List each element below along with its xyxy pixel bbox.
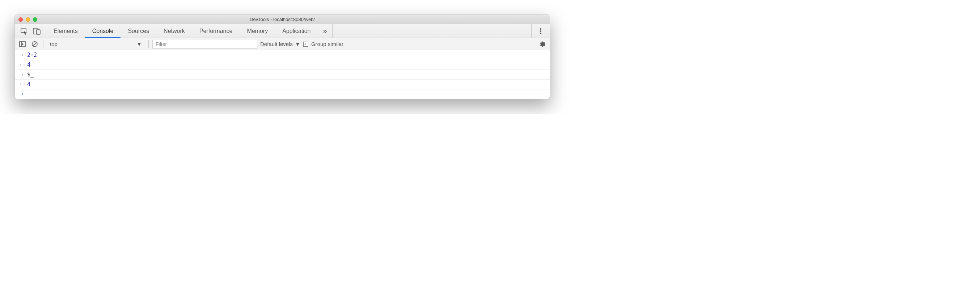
tab-label: Console	[92, 28, 114, 34]
settings-gear-icon[interactable]	[538, 40, 547, 49]
svg-point-4	[540, 30, 541, 32]
svg-rect-2	[37, 30, 40, 34]
log-levels-select[interactable]: Default levels ▼	[260, 41, 301, 47]
tabs-right-tools	[531, 24, 550, 38]
console-input-row: › 2+2	[15, 50, 550, 60]
svg-point-5	[540, 33, 541, 34]
input-chevron-icon: ›	[21, 52, 24, 58]
window-title: DevTools - localhost:8080/web/	[15, 17, 550, 22]
tab-label: Elements	[54, 28, 78, 34]
toggle-device-toolbar-icon[interactable]	[32, 26, 41, 36]
chevron-down-icon: ▼	[295, 41, 301, 47]
tab-sources[interactable]: Sources	[121, 24, 156, 38]
tab-console[interactable]: Console	[85, 24, 121, 38]
window-controls	[19, 17, 37, 22]
divider	[43, 40, 43, 48]
clear-console-icon[interactable]	[30, 40, 40, 49]
tab-application[interactable]: Application	[275, 24, 318, 38]
minimize-window-button[interactable]	[26, 17, 30, 22]
console-body[interactable]: › 2+2 ‹· 4 › $_ ‹· 4 ›	[15, 50, 550, 99]
close-window-button[interactable]	[19, 17, 23, 22]
group-similar-checkbox[interactable]: ✓	[303, 41, 308, 47]
svg-line-9	[33, 42, 37, 46]
output-chevron-icon: ‹·	[19, 62, 26, 68]
divider	[148, 40, 149, 48]
chevron-down-icon: ▼	[137, 41, 142, 47]
toggle-console-sidebar-icon[interactable]	[18, 40, 27, 49]
console-prompt-row[interactable]: ›	[15, 89, 550, 99]
titlebar: DevTools - localhost:8080/web/	[15, 15, 550, 24]
tab-label: Network	[164, 28, 185, 34]
console-output-row: ‹· 4	[15, 60, 550, 70]
zoom-window-button[interactable]	[33, 17, 37, 22]
more-tabs-button[interactable]: »	[318, 24, 332, 38]
svg-point-3	[540, 28, 541, 30]
console-input-text: $_	[26, 71, 546, 78]
console-input-text: 2+2	[26, 52, 546, 58]
tab-label: Memory	[247, 28, 268, 34]
output-chevron-icon: ‹·	[19, 81, 26, 87]
console-output-text: 4	[26, 62, 546, 68]
inspect-element-icon[interactable]	[19, 26, 29, 36]
devtools-window: DevTools - localhost:8080/web/ Elements …	[14, 14, 550, 99]
panel-tabs: Elements Console Sources Network Perform…	[46, 24, 318, 38]
tab-label: Sources	[128, 28, 149, 34]
kebab-menu-icon[interactable]	[536, 26, 546, 36]
levels-label: Default levels	[260, 41, 293, 47]
tab-label: Application	[282, 28, 310, 34]
tabs-bar: Elements Console Sources Network Perform…	[15, 24, 550, 38]
tab-network[interactable]: Network	[156, 24, 192, 38]
tabs-left-tools	[15, 24, 46, 38]
tab-performance[interactable]: Performance	[192, 24, 240, 38]
console-toolbar: top ▼ Default levels ▼ ✓ Group similar	[15, 38, 550, 50]
context-label: top	[50, 41, 57, 47]
more-tabs-glyph: »	[323, 27, 327, 35]
tab-memory[interactable]: Memory	[240, 24, 275, 38]
text-cursor	[28, 91, 28, 97]
console-output-row: ‹· 4	[15, 80, 550, 89]
tab-label: Performance	[199, 28, 233, 34]
console-input-row: › $_	[15, 70, 550, 80]
tab-elements[interactable]: Elements	[46, 24, 85, 38]
filter-input[interactable]	[152, 40, 257, 49]
group-similar-label: Group similar	[311, 41, 344, 47]
prompt-chevron-icon: ›	[21, 91, 24, 97]
input-chevron-icon: ›	[21, 71, 24, 78]
console-output-text: 4	[26, 81, 546, 87]
console-prompt-input[interactable]	[26, 91, 546, 97]
execution-context-select[interactable]: top ▼	[47, 40, 145, 49]
